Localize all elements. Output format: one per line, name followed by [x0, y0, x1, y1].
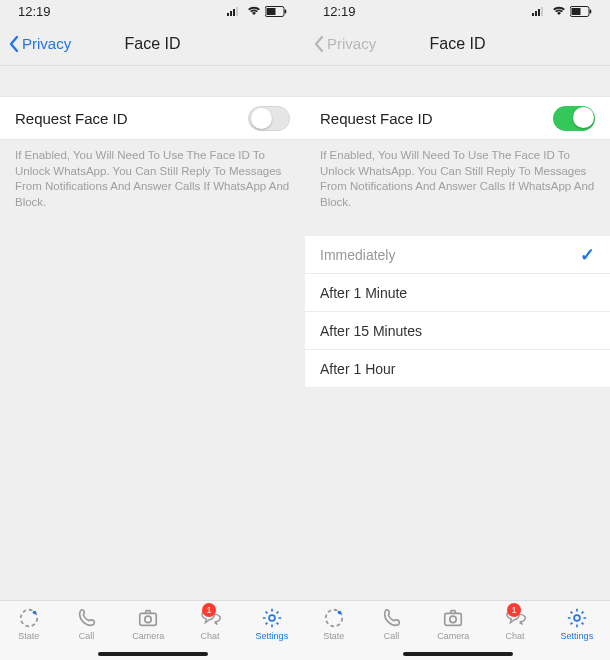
back-label: Privacy: [327, 35, 376, 52]
chat-badge: 1: [202, 603, 216, 617]
phone-icon: [380, 607, 404, 629]
svg-point-10: [145, 616, 151, 622]
svg-rect-3: [236, 7, 238, 16]
tab-label: State: [323, 631, 344, 641]
tab-label: State: [18, 631, 39, 641]
status-time: 12:19: [323, 4, 356, 19]
checkmark-icon: ✓: [580, 244, 595, 266]
wifi-icon: [247, 6, 261, 16]
back-button[interactable]: Privacy: [8, 35, 71, 53]
status-bar: 12:19: [0, 0, 305, 22]
status-ring-icon: [322, 607, 346, 629]
tab-label: Settings: [256, 631, 289, 641]
status-ring-icon: [17, 607, 41, 629]
option-label: After 15 Minutes: [320, 323, 422, 339]
tab-call[interactable]: Call: [75, 607, 99, 641]
request-faceid-row: Request Face ID: [305, 96, 610, 140]
status-time: 12:19: [18, 4, 51, 19]
svg-rect-15: [541, 7, 543, 16]
tab-label: Call: [79, 631, 95, 641]
tab-bar: State Call Camera 1 Chat Settings: [305, 600, 610, 660]
duration-options: Immediately ✓ After 1 Minute After 15 Mi…: [305, 236, 610, 388]
battery-icon: [265, 6, 287, 17]
faceid-toggle[interactable]: [248, 106, 290, 131]
tab-label: Chat: [505, 631, 524, 641]
signal-icon: [532, 6, 548, 16]
content-area: Request Face ID If Enabled, You Will Nee…: [305, 66, 610, 600]
option-label: Immediately: [320, 247, 395, 263]
tab-chat[interactable]: 1 Chat: [503, 607, 527, 641]
option-label: After 1 Minute: [320, 285, 407, 301]
option-label: After 1 Hour: [320, 361, 395, 377]
svg-rect-2: [233, 9, 235, 16]
status-icons: [227, 6, 287, 17]
svg-rect-1: [230, 11, 232, 16]
tab-call[interactable]: Call: [380, 607, 404, 641]
tab-bar: State Call Camera 1 Chat Settings: [0, 600, 305, 660]
svg-rect-5: [267, 8, 276, 15]
camera-icon: [136, 607, 160, 629]
screenshot-right: 12:19 Privacy Face ID Request Face ID If…: [305, 0, 610, 660]
status-bar: 12:19: [305, 0, 610, 22]
tab-state[interactable]: State: [322, 607, 346, 641]
svg-rect-14: [538, 9, 540, 16]
tab-camera[interactable]: Camera: [437, 607, 469, 641]
nav-bar: Privacy Face ID: [305, 22, 610, 66]
option-after-1-hour[interactable]: After 1 Hour: [305, 350, 610, 388]
tab-chat[interactable]: 1 Chat: [198, 607, 222, 641]
back-label: Privacy: [22, 35, 71, 52]
tab-settings[interactable]: Settings: [256, 607, 289, 641]
chevron-left-icon: [313, 35, 325, 53]
svg-rect-13: [535, 11, 537, 16]
status-icons: [532, 6, 592, 17]
gear-icon: [260, 607, 284, 629]
content-area: Request Face ID If Enabled, You Will Nee…: [0, 66, 305, 600]
svg-rect-17: [572, 8, 581, 15]
svg-rect-18: [590, 9, 592, 13]
faceid-toggle[interactable]: [553, 106, 595, 131]
tab-label: Chat: [200, 631, 219, 641]
tab-settings[interactable]: Settings: [561, 607, 594, 641]
footnote-text: If Enabled, You Will Need To Use The Fac…: [0, 140, 305, 218]
request-faceid-label: Request Face ID: [320, 110, 433, 127]
back-button[interactable]: Privacy: [313, 35, 376, 53]
request-faceid-row: Request Face ID: [0, 96, 305, 140]
svg-point-23: [574, 615, 580, 621]
chat-badge: 1: [507, 603, 521, 617]
camera-icon: [441, 607, 465, 629]
svg-rect-21: [445, 613, 462, 625]
request-faceid-label: Request Face ID: [15, 110, 128, 127]
tab-label: Call: [384, 631, 400, 641]
phone-icon: [75, 607, 99, 629]
gear-icon: [565, 607, 589, 629]
tab-camera[interactable]: Camera: [132, 607, 164, 641]
tab-state[interactable]: State: [17, 607, 41, 641]
signal-icon: [227, 6, 243, 16]
svg-point-11: [269, 615, 275, 621]
chevron-left-icon: [8, 35, 20, 53]
svg-point-8: [33, 611, 37, 615]
tab-label: Camera: [437, 631, 469, 641]
svg-point-20: [338, 611, 342, 615]
battery-icon: [570, 6, 592, 17]
svg-point-22: [450, 616, 456, 622]
option-immediately[interactable]: Immediately ✓: [305, 236, 610, 274]
screenshot-left: 12:19 Privacy Face ID Request Face ID If…: [0, 0, 305, 660]
footnote-text: If Enabled, You Will Need To Use The Fac…: [305, 140, 610, 218]
tab-label: Settings: [561, 631, 594, 641]
option-after-1-minute[interactable]: After 1 Minute: [305, 274, 610, 312]
svg-rect-12: [532, 13, 534, 16]
svg-rect-0: [227, 13, 229, 16]
wifi-icon: [552, 6, 566, 16]
svg-rect-9: [140, 613, 157, 625]
tab-label: Camera: [132, 631, 164, 641]
option-after-15-minutes[interactable]: After 15 Minutes: [305, 312, 610, 350]
nav-bar: Privacy Face ID: [0, 22, 305, 66]
home-indicator: [403, 652, 513, 656]
svg-rect-6: [285, 9, 287, 13]
home-indicator: [98, 652, 208, 656]
